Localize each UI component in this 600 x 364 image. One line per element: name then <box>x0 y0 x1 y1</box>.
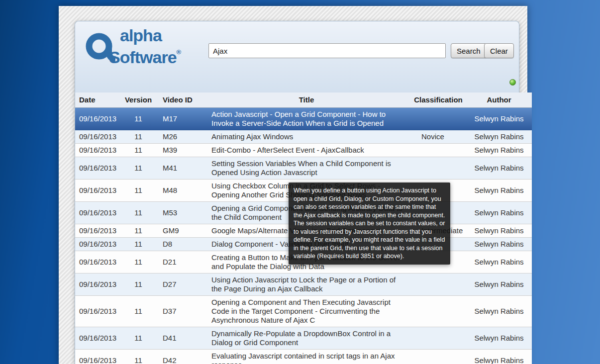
table-row[interactable]: 09/16/201311M39Edit-Combo - AfterSelect … <box>75 143 532 157</box>
cell-title: Animating Ajax Windows <box>202 130 410 143</box>
cell-version: 11 <box>123 143 154 157</box>
cell-author: Selwyn Rabins <box>466 327 532 349</box>
cell-version: 11 <box>123 273 154 295</box>
cell-author: Selwyn Rabins <box>466 179 532 201</box>
cell-author: Selwyn Rabins <box>466 224 532 237</box>
cell-classification <box>410 107 466 130</box>
column-header-author[interactable]: Author <box>466 92 532 107</box>
table-row[interactable]: 09/16/201311M41Setting Session Variables… <box>75 157 532 179</box>
cell-version: 11 <box>123 237 154 251</box>
column-header-classification[interactable]: Classification <box>410 92 466 107</box>
cell-title: Action Javascript - Open a Grid Componen… <box>202 107 410 130</box>
cell-date: 09/16/2013 <box>75 107 123 130</box>
alpha-software-logo: alpha Software® <box>85 27 181 66</box>
cell-date: 09/16/2013 <box>75 295 123 327</box>
cell-date: 09/16/2013 <box>75 237 123 251</box>
cell-date: 09/16/2013 <box>75 224 123 237</box>
cell-author: Selwyn Rabins <box>466 130 532 143</box>
cell-version: 11 <box>123 201 154 224</box>
table-row[interactable]: 09/16/201311D41Dynamically Re-Populate a… <box>75 327 532 349</box>
cell-video-id: M41 <box>154 157 202 179</box>
panel-header: alpha Software® Search Clear <box>75 21 519 93</box>
status-indicator-icon <box>509 79 516 86</box>
cell-version: 11 <box>123 157 154 179</box>
logo-word-software: Software® <box>109 44 181 66</box>
cell-version: 11 <box>123 295 154 327</box>
cell-video-id: D42 <box>154 349 202 364</box>
cell-author: Selwyn Rabins <box>466 295 532 327</box>
cell-date: 09/16/2013 <box>75 130 123 143</box>
cell-date: 09/16/2013 <box>75 201 123 224</box>
table-row[interactable]: 09/16/201311D37Opening a Component and T… <box>75 295 532 327</box>
cell-title: Using Action Javascript to Lock the Page… <box>202 273 410 295</box>
cell-classification <box>410 157 466 179</box>
table-header-row: Date Version Video ID Title Classificati… <box>75 92 532 107</box>
cell-video-id: D41 <box>154 327 202 349</box>
cell-author: Selwyn Rabins <box>466 143 532 157</box>
cell-video-id: D37 <box>154 295 202 327</box>
cell-date: 09/16/2013 <box>75 349 123 364</box>
logo-text: alpha Software® <box>120 27 181 66</box>
cell-video-id: M53 <box>154 201 202 224</box>
cell-author: Selwyn Rabins <box>466 157 532 179</box>
cell-title: Evaluating Javascript contained in scrip… <box>202 349 410 364</box>
cell-date: 09/16/2013 <box>75 327 123 349</box>
cell-video-id: D27 <box>154 273 202 295</box>
column-header-title[interactable]: Title <box>202 92 410 107</box>
cell-author: Selwyn Rabins <box>466 251 532 273</box>
cell-classification <box>410 273 466 295</box>
table-row[interactable]: 09/16/201311M17Action Javascript - Open … <box>75 107 532 130</box>
cell-date: 09/16/2013 <box>75 143 123 157</box>
column-header-version[interactable]: Version <box>123 92 154 107</box>
cell-date: 09/16/2013 <box>75 157 123 179</box>
cell-date: 09/16/2013 <box>75 273 123 295</box>
cell-author: Selwyn Rabins <box>466 237 532 251</box>
cell-video-id: M17 <box>154 107 202 130</box>
cell-title: Edit-Combo - AfterSelect Event - AjaxCal… <box>202 143 410 157</box>
cell-version: 11 <box>123 224 154 237</box>
cell-version: 11 <box>123 179 154 201</box>
registered-mark: ® <box>177 48 182 56</box>
column-header-video-id[interactable]: Video ID <box>154 92 202 107</box>
cell-video-id: D8 <box>154 237 202 251</box>
logo-word-alpha: alpha <box>120 26 162 45</box>
tooltip: When you define a button using Action Ja… <box>289 182 450 265</box>
cell-video-id: M48 <box>154 179 202 201</box>
clear-button[interactable]: Clear <box>484 43 514 58</box>
cell-classification <box>410 295 466 327</box>
cell-classification <box>410 327 466 349</box>
table-row[interactable]: 09/16/201311D27Using Action Javascript t… <box>75 273 532 295</box>
cell-classification <box>410 143 466 157</box>
cell-title: Setting Session Variables When a Child C… <box>202 157 410 179</box>
cell-video-id: M39 <box>154 143 202 157</box>
cell-version: 11 <box>123 327 154 349</box>
cell-author: Selwyn Rabins <box>466 273 532 295</box>
cell-version: 11 <box>123 130 154 143</box>
cell-title: Opening a Component and Then Executing J… <box>202 295 410 327</box>
cell-author: Selwyn Rabins <box>466 349 532 364</box>
search-button[interactable]: Search <box>451 43 487 58</box>
cell-version: 11 <box>123 107 154 130</box>
cell-version: 11 <box>123 349 154 364</box>
cell-author: Selwyn Rabins <box>466 201 532 224</box>
logo-word-software-text: Software <box>109 48 177 67</box>
cell-date: 09/16/2013 <box>75 251 123 273</box>
cell-classification <box>410 349 466 364</box>
cell-video-id: D21 <box>154 251 202 273</box>
cell-video-id: M26 <box>154 130 202 143</box>
cell-title: Dynamically Re-Populate a DropdownBox Co… <box>202 327 410 349</box>
table-row[interactable]: 09/16/201311D42Evaluating Javascript con… <box>75 349 532 364</box>
cell-video-id: GM9 <box>154 224 202 237</box>
table-row[interactable]: 09/16/201311M26Animating Ajax WindowsNov… <box>75 130 532 143</box>
cell-version: 11 <box>123 251 154 273</box>
cell-author: Selwyn Rabins <box>466 107 532 130</box>
column-header-date[interactable]: Date <box>75 92 123 107</box>
search-input[interactable] <box>208 43 446 58</box>
cell-date: 09/16/2013 <box>75 179 123 201</box>
cell-classification: Novice <box>410 130 466 143</box>
